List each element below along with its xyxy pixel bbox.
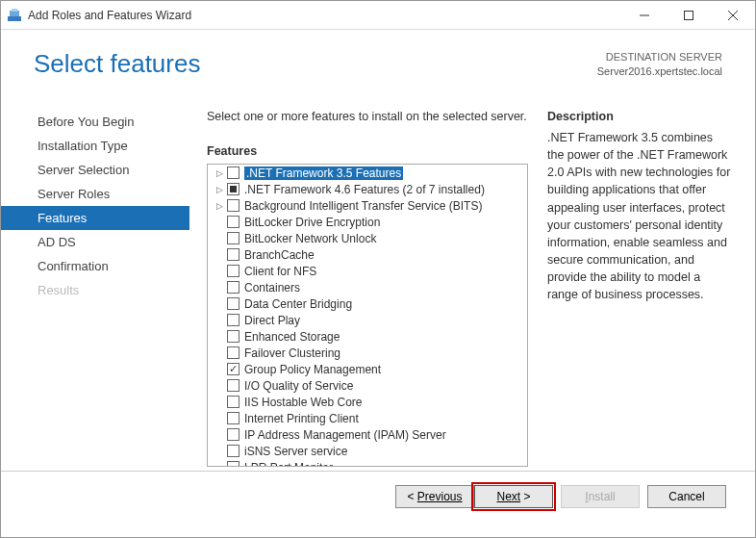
feature-item[interactable]: ▷.NET Framework 4.6 Features (2 of 7 ins… [208,181,527,197]
feature-checkbox[interactable] [227,314,239,326]
feature-item[interactable]: iSNS Server service [208,443,527,459]
next-button[interactable]: Next > [474,485,553,508]
feature-checkbox[interactable] [227,183,239,195]
feature-checkbox[interactable] [227,232,239,244]
body: Before You BeginInstallation TypeServer … [1,90,755,471]
header: Select features DESTINATION SERVER Serve… [1,30,755,90]
destination-value: Server2016.xpertstec.local [597,64,722,79]
features-label: Features [207,144,528,158]
feature-label: BranchCache [244,248,315,262]
destination-info: DESTINATION SERVER Server2016.xpertstec.… [597,50,722,79]
feature-checkbox[interactable] [227,445,239,457]
feature-item[interactable]: Enhanced Storage [208,328,527,345]
feature-label: BitLocker Drive Encryption [244,216,380,229]
feature-checkbox[interactable] [227,428,239,441]
sidebar-item[interactable]: AD DS [1,230,189,254]
feature-label: Containers [244,281,300,295]
features-column: Select one or more features to install o… [207,110,528,471]
destination-label: DESTINATION SERVER [597,50,722,64]
feature-label: Client for NFS [244,265,316,278]
sidebar-item[interactable]: Confirmation [1,254,189,278]
description-label: Description [547,110,732,123]
feature-checkbox[interactable] [227,461,239,467]
feature-label: Direct Play [244,314,300,327]
feature-item[interactable]: Failover Clustering [208,345,527,361]
close-button[interactable] [711,1,755,30]
feature-checkbox[interactable] [227,265,239,277]
titlebar: Add Roles and Features Wizard [1,1,755,30]
feature-label: Data Center Bridging [244,297,352,311]
feature-item[interactable]: Internet Printing Client [208,410,527,426]
feature-checkbox[interactable] [227,281,239,294]
window-controls [622,1,755,30]
instruction-text: Select one or more features to install o… [207,110,528,123]
sidebar-item[interactable]: Installation Type [1,134,189,158]
feature-checkbox[interactable] [227,412,239,424]
feature-label: Internet Printing Client [244,412,359,425]
main-content: Select one or more features to install o… [189,90,755,471]
sidebar: Before You BeginInstallation TypeServer … [1,90,189,471]
previous-button[interactable]: < Previous [395,485,474,508]
feature-checkbox[interactable] [227,346,239,359]
feature-item[interactable]: Client for NFS [208,263,527,279]
feature-item[interactable]: Data Center Bridging [208,295,527,312]
feature-item[interactable]: ▷.NET Framework 3.5 Features [208,165,527,181]
install-button: Install [561,485,640,508]
sidebar-item[interactable]: Before You Begin [1,110,189,134]
feature-label: Background Intelligent Transfer Service … [244,199,482,213]
feature-checkbox[interactable] [227,379,239,392]
feature-checkbox[interactable] [227,167,239,179]
page-title: Select features [34,49,597,79]
feature-label: iSNS Server service [244,445,347,458]
feature-checkbox[interactable] [227,297,239,310]
feature-item[interactable]: Direct Play [208,312,527,328]
feature-item[interactable]: LPR Port Monitor [208,459,527,467]
sidebar-item: Results [1,278,189,302]
features-listbox[interactable]: ▷.NET Framework 3.5 Features▷.NET Framew… [207,164,528,467]
feature-label: Enhanced Storage [244,330,340,344]
expander-icon[interactable]: ▷ [214,185,225,194]
feature-item[interactable]: BitLocker Drive Encryption [208,214,527,230]
sidebar-item[interactable]: Server Roles [1,182,189,206]
feature-label: Failover Clustering [244,346,340,360]
feature-label: BitLocker Network Unlock [244,232,376,245]
app-icon [7,8,22,23]
feature-item[interactable]: Containers [208,279,527,295]
description-column: Description .NET Framework 3.5 combines … [528,110,742,471]
feature-item[interactable]: IP Address Management (IPAM) Server [208,426,527,443]
feature-label: .NET Framework 4.6 Features (2 of 7 inst… [244,183,485,196]
feature-label: IIS Hostable Web Core [244,396,363,409]
feature-label: LPR Port Monitor [244,461,333,468]
footer: < Previous Next > Install Cancel [1,471,755,521]
feature-label: .NET Framework 3.5 Features [244,167,403,180]
svg-rect-4 [685,11,693,19]
description-text: .NET Framework 3.5 combines the power of… [547,129,732,303]
feature-label: I/O Quality of Service [244,379,353,393]
feature-item[interactable]: I/O Quality of Service [208,377,527,394]
svg-rect-2 [12,9,17,12]
feature-item[interactable]: BranchCache [208,246,527,263]
svg-rect-0 [8,16,21,21]
feature-item[interactable]: ▷Background Intelligent Transfer Service… [208,197,527,214]
feature-checkbox[interactable] [227,363,239,375]
cancel-button[interactable]: Cancel [647,485,726,508]
feature-item[interactable]: Group Policy Management [208,361,527,377]
feature-checkbox[interactable] [227,330,239,343]
expander-icon[interactable]: ▷ [214,201,225,211]
feature-label: IP Address Management (IPAM) Server [244,428,446,442]
maximize-button[interactable] [667,1,711,30]
minimize-button[interactable] [622,1,667,30]
feature-label: Group Policy Management [244,363,381,376]
feature-item[interactable]: BitLocker Network Unlock [208,230,527,246]
sidebar-item[interactable]: Server Selection [1,158,189,182]
feature-checkbox[interactable] [227,248,239,261]
window-title: Add Roles and Features Wizard [28,9,622,22]
expander-icon[interactable]: ▷ [214,168,225,178]
feature-item[interactable]: IIS Hostable Web Core [208,394,527,410]
feature-checkbox[interactable] [227,216,239,228]
sidebar-item[interactable]: Features [1,206,189,230]
feature-checkbox[interactable] [227,199,239,212]
feature-checkbox[interactable] [227,396,239,408]
